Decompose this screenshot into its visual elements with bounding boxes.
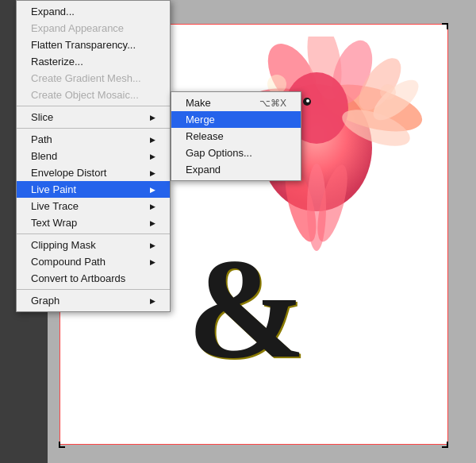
submenu-item-expand[interactable]: Expand [171,161,301,178]
submenu-item-expand-label: Expand [186,164,221,176]
submenu-item-merge[interactable]: Merge [171,111,301,128]
menu-sep-2 [17,128,170,129]
menu-sep-1 [17,106,170,106]
menu-sep-4 [17,289,170,290]
menu-item-live-paint-label: Live Paint [31,183,76,195]
primary-menu: Expand... Expand Appearance Flatten Tran… [16,0,171,312]
menu-item-flatten-transparency[interactable]: Flatten Transparency... [17,37,170,53]
menu-item-text-wrap[interactable]: Text Wrap [17,214,170,231]
menu-item-create-object-mosaic: Create Object Mosaic... [17,87,170,103]
menu-item-text-wrap-label: Text Wrap [31,217,77,229]
menu-item-clipping-mask[interactable]: Clipping Mask [17,237,170,253]
menu-item-expand[interactable]: Expand... [17,3,170,20]
corner-br [442,442,448,448]
menu-item-graph[interactable]: Graph [17,292,170,309]
menu-item-rasterize-label: Rasterize... [31,56,83,68]
submenu-item-make[interactable]: Make ⌥⌘X [171,95,301,111]
menu-item-blend-label: Blend [31,150,57,162]
submenu-item-make-label: Make [186,97,211,109]
ampersand-text: & [187,237,306,380]
menu-item-envelope-distort[interactable]: Envelope Distort [17,164,170,181]
submenu-item-gap-options[interactable]: Gap Options... [171,145,301,161]
menu-item-rasterize[interactable]: Rasterize... [17,53,170,70]
menu-item-compound-path[interactable]: Compound Path [17,253,170,270]
menu-item-flatten-label: Flatten Transparency... [31,39,136,51]
menu-item-blend[interactable]: Blend [17,148,170,164]
menu-item-expand-label: Expand... [31,6,75,17]
svg-point-18 [380,84,396,100]
menu-item-live-paint[interactable]: Live Paint [17,181,170,198]
menu-item-live-trace[interactable]: Live Trace [17,198,170,214]
submenu-item-make-shortcut: ⌥⌘X [259,98,286,109]
menu-item-expand-appearance: Expand Appearance [17,20,170,37]
submenu-item-merge-label: Merge [186,114,215,125]
menu-item-convert-artboards-label: Convert to Artboards [31,272,125,284]
svg-point-11 [306,99,309,102]
submenu-item-release-label: Release [186,130,224,142]
corner-bl [59,442,65,448]
submenu-panel: Make ⌥⌘X Merge Release Gap Options... Ex… [171,91,301,181]
menu-item-slice-label: Slice [31,111,53,123]
menu-item-envelope-distort-label: Envelope Distort [31,167,106,179]
live-paint-submenu: Make ⌥⌘X Merge Release Gap Options... Ex… [171,91,301,181]
menu-item-live-trace-label: Live Trace [31,200,79,212]
menu-item-object-mosaic-label: Create Object Mosaic... [31,89,139,101]
menu-item-compound-path-label: Compound Path [31,256,106,268]
menu-item-gradient-mesh-label: Create Gradient Mesh... [31,72,141,84]
menu-item-convert-to-artboards[interactable]: Convert to Artboards [17,270,170,287]
menu-item-clipping-mask-label: Clipping Mask [31,239,96,251]
menu-panel: Expand... Expand Appearance Flatten Tran… [16,0,171,312]
menu-item-graph-label: Graph [31,295,60,307]
menu-item-create-gradient-mesh: Create Gradient Mesh... [17,70,170,87]
corner-tr [442,23,448,29]
menu-item-expand-appearance-label: Expand Appearance [31,22,124,34]
menu-item-path-label: Path [31,133,52,145]
menu-item-slice[interactable]: Slice [17,109,170,125]
submenu-item-release[interactable]: Release [171,128,301,145]
submenu-item-gap-options-label: Gap Options... [186,147,252,159]
menu-sep-3 [17,233,170,234]
menu-item-path[interactable]: Path [17,131,170,148]
